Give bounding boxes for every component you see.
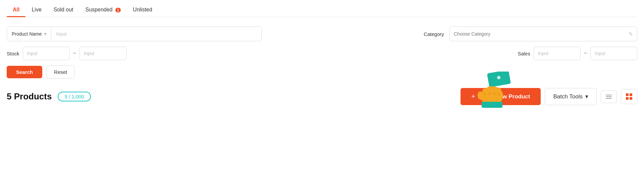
- search-button-label: Search: [16, 69, 33, 75]
- add-product-label: Add a New Product: [478, 93, 530, 100]
- action-buttons-row: Search Reset: [7, 65, 637, 79]
- tab-sold-out[interactable]: Sold out: [48, 3, 79, 17]
- add-plus-icon: +: [471, 93, 475, 100]
- add-product-button[interactable]: + Add a New Product: [461, 88, 541, 105]
- sales-min-input[interactable]: [534, 47, 581, 60]
- list-view-icon: [606, 95, 612, 99]
- filter-row-1: Product Name ▾ Category ✎: [7, 27, 637, 41]
- tab-live-label: Live: [32, 7, 41, 12]
- sales-tilde: ~: [584, 50, 587, 56]
- edit-icon[interactable]: ✎: [629, 31, 633, 37]
- grid-view-icon: [626, 93, 632, 100]
- category-filter: Category ✎: [424, 27, 637, 41]
- sales-max-input[interactable]: [590, 47, 637, 60]
- reset-button[interactable]: Reset: [46, 65, 75, 79]
- right-actions: + Add a New Product Batch Tools ▾: [461, 88, 637, 105]
- batch-tools-label: Batch Tools: [553, 93, 583, 100]
- stock-max-input[interactable]: [79, 47, 126, 60]
- category-input[interactable]: [454, 31, 629, 37]
- stock-min-input[interactable]: [23, 47, 70, 60]
- tab-unlisted[interactable]: Unlisted: [127, 3, 158, 17]
- batch-tools-button[interactable]: Batch Tools ▾: [545, 88, 597, 105]
- bottom-bar: 5 Products 5 / 1,000: [7, 88, 637, 105]
- tab-suspended-label: Suspended: [86, 7, 113, 12]
- product-name-label: Product Name: [12, 31, 42, 37]
- view-list-button[interactable]: [601, 90, 617, 103]
- sales-label: Sales: [518, 51, 530, 56]
- tab-unlisted-label: Unlisted: [133, 7, 152, 12]
- category-label: Category: [424, 31, 444, 37]
- category-input-wrapper: ✎: [449, 27, 637, 41]
- product-name-filter: Product Name ▾: [7, 27, 262, 41]
- quota-badge: 5 / 1,000: [58, 92, 91, 101]
- product-name-input[interactable]: [51, 27, 261, 41]
- sales-filter: Sales ~: [518, 47, 637, 60]
- stock-label: Stock: [7, 51, 19, 56]
- dropdown-arrow-icon: ▾: [44, 32, 46, 36]
- stock-tilde: ~: [73, 50, 76, 56]
- product-name-dropdown[interactable]: Product Name ▾: [7, 27, 51, 41]
- view-grid-button[interactable]: [621, 89, 637, 104]
- page-container: All Live Sold out Suspended 1 Unlisted P…: [0, 0, 644, 179]
- stock-filter: Stock ~: [7, 47, 126, 60]
- products-count: 5 Products: [7, 91, 52, 102]
- tabs-bar: All Live Sold out Suspended 1 Unlisted: [7, 0, 637, 17]
- batch-tools-chevron-icon: ▾: [585, 93, 588, 100]
- tab-all-label: All: [13, 7, 19, 12]
- tab-all[interactable]: All: [7, 3, 25, 17]
- tab-suspended[interactable]: Suspended 1: [79, 3, 127, 17]
- suspended-badge: 1: [115, 8, 121, 12]
- tab-sold-out-label: Sold out: [54, 7, 73, 12]
- search-button[interactable]: Search: [7, 66, 42, 78]
- tab-live[interactable]: Live: [25, 3, 47, 17]
- reset-button-label: Reset: [54, 69, 67, 75]
- filter-section: Product Name ▾ Category ✎ Stock ~: [7, 27, 637, 79]
- filter-row-2: Stock ~ Sales ~: [7, 47, 637, 60]
